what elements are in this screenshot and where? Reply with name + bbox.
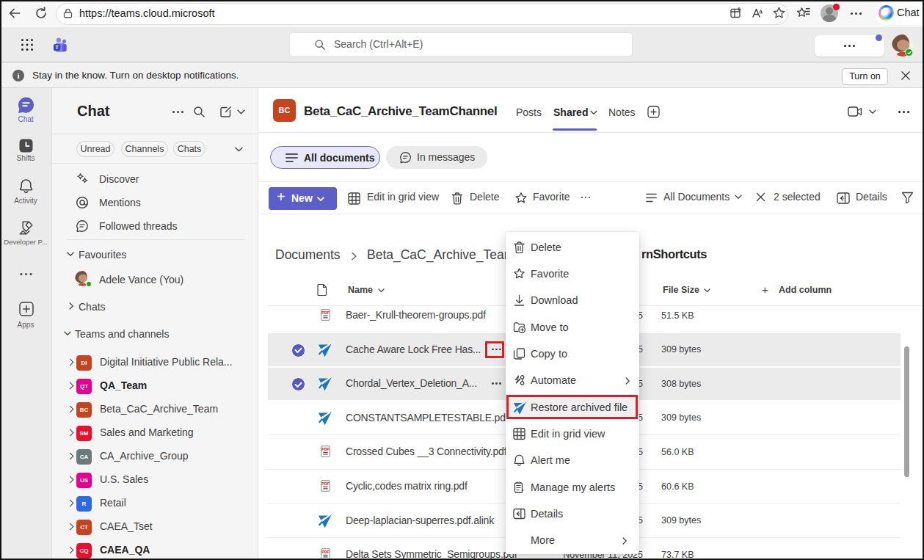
svg-text:T: T (55, 44, 59, 51)
